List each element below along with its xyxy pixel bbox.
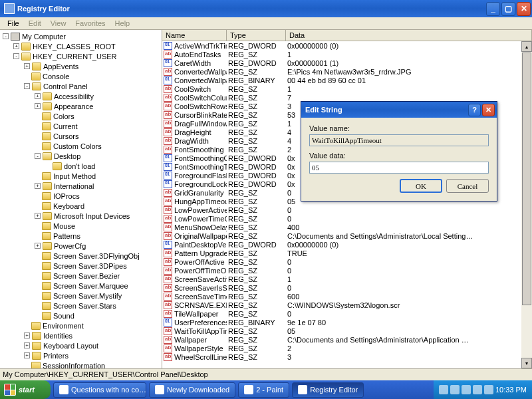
tree-item[interactable]: +Accessibility [0,91,162,101]
tree-item[interactable]: +Appearance [0,101,162,111]
tree-item[interactable]: Screen Saver.Marquee [0,281,162,291]
expand-icon[interactable]: + [35,183,41,189]
tree-item[interactable]: don't load [0,161,162,171]
list-row[interactable]: ConvertedWallpa…REG_SZE:\Pics 4m Net\waw… [162,67,521,76]
list-row[interactable]: SCRNSAVE.EXEREG_SZC:\WINDOWS\System32\lo… [162,301,521,309]
tree-item[interactable]: +PowerCfg [0,241,162,251]
list-row[interactable]: ActiveWndTrkTim…REG_DWORD0x00000000 (0) [162,41,521,50]
dialog-titlebar[interactable]: Edit String ? ✕ [301,102,497,118]
tree-item[interactable]: +Identities [0,331,162,340]
tree-item[interactable]: Current [0,121,162,131]
list-row[interactable]: WaitToKillAppTim…REG_SZ05 [162,327,521,335]
tray-icon[interactable] [439,385,448,394]
tray-icon[interactable] [473,385,482,394]
list-row[interactable]: PaintDesktopVers…REG_DWORD0x00000000 (0) [162,240,521,249]
tree-item[interactable]: Cursors [0,131,162,141]
list-row[interactable]: OriginalWallpaperREG_SZC:\Documents and … [162,231,521,240]
tree-item[interactable]: Patterns [0,231,162,241]
tree-item[interactable]: Sound [0,311,162,321]
tray-icon[interactable] [484,385,493,394]
tree-item[interactable]: Screen Saver.3DPipes [0,261,162,271]
start-button[interactable]: start [0,380,51,399]
tree-item[interactable]: +International [0,181,162,191]
cancel-button[interactable]: Cancel [446,179,489,193]
list-row[interactable]: AutoEndTasksREG_SZ1 [162,50,521,59]
tree-item[interactable]: Screen Saver.Mystify [0,291,162,301]
tree-item[interactable]: -Desktop [0,151,162,161]
expand-icon[interactable]: + [35,243,41,249]
list-row[interactable]: LowPowerTimeOutREG_SZ0 [162,214,521,223]
scroll-down-button[interactable]: ▾ [521,358,532,368]
tree-item[interactable]: Input Method [0,171,162,181]
tree-item[interactable]: Screen Saver.Stars [0,301,162,311]
list-row[interactable]: CoolSwitchREG_SZ1 [162,84,521,93]
tray-icon[interactable] [450,385,460,394]
list-row[interactable]: TileWallpaperREG_SZ0 [162,309,521,318]
dialog-help-button[interactable]: ? [468,104,481,116]
scroll-thumb[interactable] [522,53,531,305]
col-data[interactable]: Data [286,30,532,41]
list-body[interactable]: ActiveWndTrkTim…REG_DWORD0x00000000 (0)A… [162,41,521,368]
expand-icon[interactable]: + [35,93,41,99]
scroll-up-button[interactable]: ▴ [521,41,532,52]
vertical-scrollbar[interactable]: ▴ ▾ [521,41,532,368]
taskbar-item[interactable]: Newly Downloaded [149,382,235,398]
tree-item[interactable]: Screen Saver.3DFlyingObj [0,251,162,261]
list-row[interactable]: ScreenSaveTime…REG_SZ600 [162,292,521,301]
expand-icon[interactable]: + [24,352,30,358]
tree-item[interactable]: +AppEvents [0,61,162,71]
expand-icon[interactable]: + [35,103,41,109]
dialog-close-button[interactable]: ✕ [482,104,495,116]
ok-button[interactable]: OK [400,179,442,193]
menu-favorites[interactable]: Favorites [70,18,110,29]
tree-item[interactable]: -HKEY_CURRENT_USER [0,51,162,61]
list-row[interactable]: ConvertedWallpa…REG_BINARY00 44 eb bd 89… [162,76,521,84]
tree-item[interactable]: Mouse [0,221,162,231]
tree-item[interactable]: Colors [0,111,162,121]
expand-icon[interactable]: + [13,43,19,49]
tree-item[interactable]: Environment [0,321,162,331]
tree-item[interactable]: -Control Panel [0,81,162,91]
minimize-button[interactable]: _ [486,2,500,16]
list-row[interactable]: PowerOffTimeOutREG_SZ0 [162,266,521,275]
list-row[interactable]: ScreenSaverIsSe…REG_SZ0 [162,283,521,292]
col-type[interactable]: Type [227,30,286,41]
expand-icon[interactable]: + [35,213,41,219]
collapse-icon[interactable]: - [24,83,30,89]
list-row[interactable]: UserPreferences…REG_BINARY9e 1e 07 80 [162,318,521,327]
clock[interactable]: 10:33 PM [495,386,527,394]
col-name[interactable]: Name [162,30,227,41]
menu-help[interactable]: Help [110,18,135,29]
tree-item[interactable]: SessionInformation [0,360,162,368]
tree-item[interactable]: Console [0,71,162,81]
collapse-icon[interactable]: - [35,153,41,159]
menu-file[interactable]: File [3,18,24,29]
list-row[interactable]: CaretWidthREG_DWORD0x00000001 (1) [162,59,521,67]
list-row[interactable]: WallpaperREG_SZC:\Documents and Settings… [162,335,521,344]
list-row[interactable]: WallpaperStyleREG_SZ2 [162,344,521,352]
list-row[interactable]: PowerOffActiveREG_SZ0 [162,257,521,266]
list-row[interactable]: LowPowerActiveREG_SZ0 [162,205,521,214]
system-tray[interactable]: 10:33 PM [434,380,532,399]
list-row[interactable]: ScreenSaveActiveREG_SZ1 [162,275,521,283]
collapse-icon[interactable]: - [13,53,19,59]
tree-item[interactable]: Keyboard [0,201,162,211]
tree-item[interactable]: -My Computer [0,31,162,41]
tree-item[interactable]: +Microsoft Input Devices [0,211,162,221]
tree-item[interactable]: +Keyboard Layout [0,340,162,350]
taskbar-item[interactable]: Questions with no co… [53,382,146,398]
expand-icon[interactable]: + [24,63,30,69]
expand-icon[interactable]: + [24,342,30,348]
taskbar-item[interactable]: 2 - Paint [238,382,289,398]
list-row[interactable]: WheelScrollLinesREG_SZ3 [162,352,521,361]
tree-panel[interactable]: -My Computer+HKEY_CLASSES_ROOT-HKEY_CURR… [0,30,162,368]
taskbar-item[interactable]: Registry Editor [292,382,364,398]
tree-item[interactable]: +HKEY_CLASSES_ROOT [0,41,162,51]
expand-icon[interactable]: + [24,332,30,338]
maximize-button[interactable]: ▢ [501,2,515,16]
menu-edit[interactable]: Edit [24,18,46,29]
tray-icon[interactable] [462,385,471,394]
close-button[interactable]: ✕ [517,2,531,16]
tree-item[interactable]: Custom Colors [0,141,162,151]
list-row[interactable]: MenuShowDelayREG_SZ400 [162,223,521,231]
